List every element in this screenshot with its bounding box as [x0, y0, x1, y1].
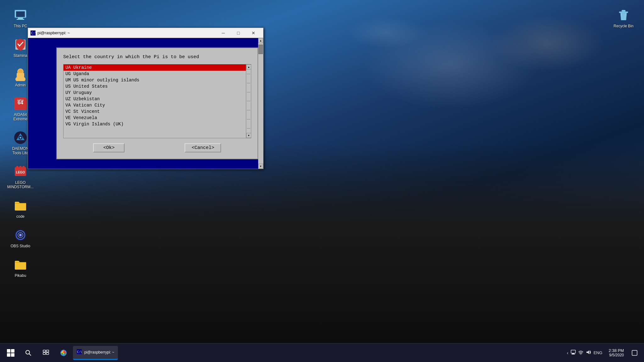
- svg-rect-44: [571, 354, 575, 354]
- svg-rect-17: [16, 166, 19, 168]
- windows-logo: [7, 349, 14, 357]
- terminal-body: ▲ ▼ Select the country in which the Pi i…: [28, 38, 263, 169]
- svg-rect-1: [16, 11, 25, 17]
- svg-rect-34: [43, 350, 46, 352]
- tray-language-indicator[interactable]: ENG: [593, 350, 602, 355]
- svg-text:C:\: C:\: [77, 350, 82, 354]
- svg-rect-43: [572, 353, 575, 354]
- aida64-label2: Extreme: [14, 117, 28, 121]
- stamina-icon: [13, 37, 28, 52]
- scroll-mark-7: [247, 128, 250, 129]
- code-label: code: [16, 214, 25, 219]
- desktop-icon-this-pc[interactable]: This PC: [6, 6, 35, 30]
- obs-icon: [13, 228, 28, 243]
- desktop-background: [0, 144, 644, 343]
- tray-wifi-icon[interactable]: [578, 350, 583, 356]
- dialog-box: Select the country in which the Pi is to…: [56, 47, 258, 159]
- svg-text:C:\: C:\: [31, 31, 36, 35]
- desktop-icon-pikabu[interactable]: Pikabu: [6, 256, 35, 279]
- list-scrollbar-track[interactable]: [246, 69, 251, 133]
- recycle-label: Recycle Bin: [613, 24, 633, 28]
- terminal-maximize-button[interactable]: □: [231, 28, 246, 38]
- svg-rect-36: [43, 353, 46, 354]
- desktop-icons-right: Recycle Bin: [609, 6, 638, 30]
- taskbar-time: 2:38 PM: [609, 348, 624, 353]
- list-item-1[interactable]: UG Uganda: [64, 71, 246, 77]
- daemon-label1: DAEMON: [12, 146, 29, 151]
- list-item-9[interactable]: VG Virgin Islands (UK): [64, 121, 246, 127]
- list-item-4[interactable]: UY Uruguay: [64, 90, 246, 96]
- admin-label: Admin: [15, 83, 26, 87]
- lego-label2: MINDSTORM...: [7, 185, 34, 189]
- win-logo-q2: [11, 349, 14, 353]
- taskbar-app-label: pi@raspberrypi: ~: [84, 350, 114, 354]
- list-item-0[interactable]: UA Ukraine: [64, 64, 246, 71]
- scrollbar-thumb[interactable]: [258, 45, 263, 54]
- list-scrollbar-down[interactable]: ▼: [246, 133, 251, 138]
- taskbar-date: 9/5/2020: [609, 353, 624, 357]
- code-folder-icon: [13, 198, 28, 213]
- svg-rect-46: [632, 350, 637, 355]
- this-pc-label: This PC: [14, 24, 27, 28]
- svg-rect-35: [46, 350, 49, 352]
- taskbar-start-button[interactable]: [3, 346, 19, 360]
- taskbar-terminal-icon: C:\: [77, 349, 82, 355]
- svg-point-15: [19, 137, 21, 139]
- taskbar-taskview-button[interactable]: [38, 346, 54, 360]
- admin-icon: [13, 67, 28, 82]
- list-item-3[interactable]: US United States: [64, 83, 246, 90]
- svg-rect-26: [622, 10, 625, 12]
- dialog-buttons: <Ok> <Cancel>: [63, 143, 251, 152]
- terminal-minimize-button[interactable]: ─: [216, 28, 230, 38]
- aida64-label1: AIDA64: [14, 112, 27, 117]
- taskbar-clock[interactable]: 2:38 PM 9/5/2020: [606, 348, 626, 357]
- svg-point-24: [19, 234, 22, 236]
- obs-label: OBS Studio: [11, 244, 31, 248]
- aida64-icon: 64 AIDA: [13, 96, 28, 111]
- svg-rect-18: [19, 166, 22, 168]
- list-item-5[interactable]: UZ Uzbekistan: [64, 96, 246, 102]
- terminal-window: C:\ pi@raspberrypi: ~ ─ □ ✕ ▲ ▼ Sel: [28, 28, 264, 169]
- list-item-7[interactable]: VC St Vincent: [64, 108, 246, 115]
- terminal-scrollbar[interactable]: ▲ ▼: [258, 38, 263, 169]
- svg-point-45: [580, 354, 581, 355]
- win-logo-q1: [7, 349, 10, 353]
- terminal-titlebar: C:\ pi@raspberrypi: ~ ─ □ ✕: [28, 28, 263, 38]
- recycle-bin-icon: [616, 8, 631, 23]
- svg-point-32: [26, 350, 30, 354]
- taskbar-chrome-button[interactable]: [55, 346, 72, 360]
- desktop-icon-code[interactable]: code: [6, 197, 35, 220]
- desktop-icon-recycle[interactable]: Recycle Bin: [609, 6, 638, 30]
- terminal-title-text: pi@raspberrypi: ~: [37, 30, 216, 35]
- list-item-6[interactable]: VA Vatican City: [64, 102, 246, 108]
- desktop-icon-obs[interactable]: OBS Studio: [6, 226, 35, 250]
- win-logo-q3: [7, 353, 10, 357]
- list-item-2[interactable]: UM US minor outlying islands: [64, 77, 246, 83]
- tray-volume-icon[interactable]: [586, 350, 591, 356]
- taskbar-search-button[interactable]: [20, 346, 36, 360]
- svg-rect-8: [17, 73, 24, 77]
- scroll-mark-1: [247, 74, 250, 74]
- dialog-list[interactable]: UA Ukraine UG Uganda UM US minor outlyin…: [64, 64, 246, 138]
- dialog-ok-button[interactable]: <Ok>: [93, 143, 125, 152]
- scrollbar-down-button[interactable]: ▼: [258, 164, 263, 169]
- tray-network-icon[interactable]: [571, 350, 576, 356]
- svg-rect-2: [18, 18, 23, 19]
- terminal-close-button[interactable]: ✕: [246, 28, 261, 38]
- win-logo-q4: [11, 353, 14, 357]
- dialog-list-scrollbar[interactable]: ▲ ▼: [246, 64, 251, 138]
- taskbar-active-terminal[interactable]: C:\ pi@raspberrypi: ~: [73, 346, 118, 360]
- list-item-8[interactable]: VE Venezuela: [64, 115, 246, 121]
- taskbar-notification-button[interactable]: [628, 346, 641, 360]
- pikabu-icon: [13, 257, 28, 272]
- scrollbar-up-button[interactable]: ▲: [258, 38, 263, 43]
- this-pc-icon: [13, 8, 28, 23]
- terminal-window-icon: C:\: [31, 30, 36, 36]
- list-scrollbar-up[interactable]: ▲: [246, 64, 251, 69]
- svg-line-33: [29, 354, 31, 355]
- daemon-label2: Tools Lite: [13, 151, 29, 155]
- dialog-cancel-button[interactable]: <Cancel>: [185, 143, 221, 152]
- lego-icon: LEGO: [13, 164, 28, 179]
- tray-show-hidden-button[interactable]: ‹: [567, 350, 569, 355]
- scrollbar-track[interactable]: [258, 43, 263, 164]
